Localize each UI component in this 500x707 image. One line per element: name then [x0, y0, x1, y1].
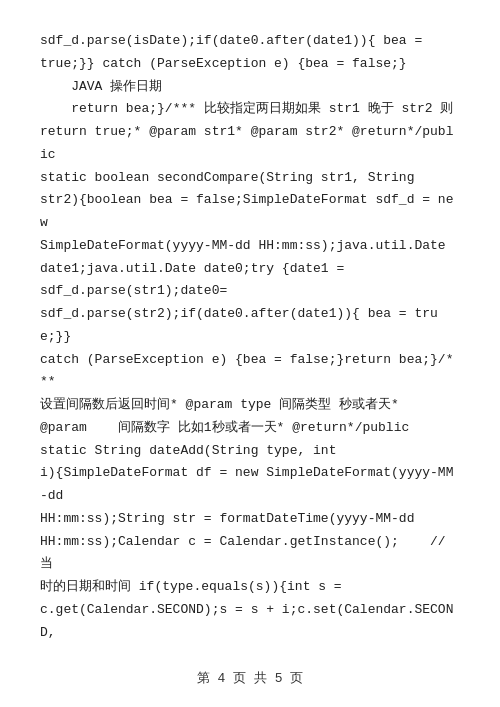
- page-number: 第 4 页 共 5 页: [197, 671, 304, 686]
- page-footer: 第 4 页 共 5 页: [0, 669, 500, 687]
- page-content: sdf_d.parse(isDate);if(date0.after(date1…: [0, 0, 500, 704]
- code-text: sdf_d.parse(isDate);if(date0.after(date1…: [40, 30, 460, 644]
